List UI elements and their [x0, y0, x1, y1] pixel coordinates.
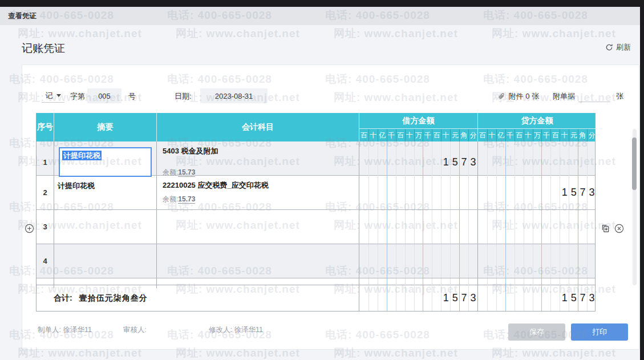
summary-text: 计提印花税	[58, 181, 95, 190]
debit-amount-cell[interactable]	[359, 176, 477, 209]
digit-cell	[396, 244, 405, 278]
table-header: 序号 摘要 会计科目 借方金额 百十亿千百十万千百十元角分 贷方金额 百十亿千百…	[37, 113, 595, 141]
digit-cell	[487, 244, 496, 278]
voucher-row[interactable]: 3	[37, 210, 595, 244]
attachment-group: 附件 0 张 附单据 张	[498, 91, 623, 102]
breadcrumb-bar: 查看凭证	[0, 7, 640, 25]
digit-cell	[496, 285, 505, 311]
debit-amount-cell[interactable]	[359, 244, 477, 278]
digit-cell	[487, 210, 496, 244]
account-cell[interactable]: 22210025 应交税费_应交印花税余额:15.73	[156, 176, 359, 209]
digit-cell: 3	[587, 176, 596, 209]
voucher-form: 记 字第 005 号 日期: 2023-08-31 附件 0 张 附单据	[22, 88, 639, 104]
page-title: 记账凭证	[22, 41, 65, 56]
voucher-word-select[interactable]: 记	[42, 89, 64, 103]
window-top-edge	[0, 0, 644, 7]
digit-cell	[387, 285, 396, 311]
digit-cell	[450, 176, 459, 209]
digit-cell: 1	[560, 285, 569, 311]
refresh-button[interactable]: 刷新	[605, 42, 631, 52]
digit-cell	[541, 244, 550, 278]
breadcrumb: 查看凭证	[8, 11, 37, 21]
digit-cell	[450, 244, 459, 278]
digit-cell: 7	[459, 285, 468, 311]
digit-cell	[533, 210, 542, 244]
digit-cell	[423, 285, 432, 311]
voucher-number-input[interactable]: 005	[87, 88, 121, 103]
summary-edit-input[interactable]: 计提印花税	[59, 147, 152, 177]
digit-cell	[478, 176, 487, 209]
modifier-name: 徐泽华11	[234, 326, 262, 334]
digit-cell: 十	[441, 129, 450, 141]
credit-amount-cell[interactable]	[477, 210, 596, 244]
digit-cell	[578, 210, 587, 244]
digit-cell: 千	[505, 129, 515, 141]
credit-amount-cell[interactable]: 1573	[477, 176, 596, 209]
attachment-count[interactable]: 附件 0 张	[509, 91, 539, 102]
digit-cell	[414, 285, 423, 311]
print-button[interactable]: 打印	[571, 323, 628, 341]
creator-name: 徐泽华11	[63, 326, 91, 334]
date-label: 日期:	[175, 91, 192, 102]
digit-cell: 元	[569, 129, 578, 141]
voucher-row[interactable]: 2计提印花税22210025 应交税费_应交印花税余额:15.731573	[37, 176, 595, 210]
receipt-count-input[interactable]	[578, 91, 610, 102]
account-cell[interactable]	[156, 244, 359, 278]
summary-cell[interactable]	[54, 244, 156, 278]
creator-field: 制单人: 徐泽华11	[38, 325, 92, 335]
digit-cell: 5	[450, 285, 459, 311]
summary-cell[interactable]	[54, 210, 156, 244]
digit-cell	[459, 176, 468, 209]
date-input[interactable]: 2023-08-31	[200, 88, 268, 103]
digit-cell	[569, 210, 578, 244]
digit-cell: 百	[359, 129, 368, 141]
debit-amount-cell[interactable]	[359, 210, 477, 244]
digit-cell	[378, 244, 387, 278]
digit-cell: 1	[441, 285, 450, 311]
digit-cell	[459, 210, 468, 244]
digit-cell	[468, 176, 477, 209]
digit-cell: 千	[387, 129, 396, 141]
delete-row-button[interactable]	[614, 224, 624, 233]
digit-cell	[533, 244, 542, 278]
add-row-button[interactable]	[25, 224, 34, 233]
digit-cell	[478, 285, 487, 311]
credit-amount-cell[interactable]	[477, 244, 596, 278]
digit-cell: 5	[569, 176, 578, 209]
digit-cell	[432, 176, 441, 209]
digit-cell: 亿	[378, 129, 387, 141]
digit-cell	[550, 176, 560, 209]
digit-cell: 亿	[496, 129, 505, 141]
word-suffix-label: 字第	[70, 91, 85, 102]
digit-cell	[405, 210, 414, 244]
digit-cell	[496, 210, 505, 244]
account-cell[interactable]	[156, 210, 359, 244]
digit-cell: 万	[414, 129, 423, 141]
digit-cell	[487, 285, 496, 311]
digit-cell: 百	[396, 129, 405, 141]
digit-cell	[359, 210, 368, 244]
digit-cell: 3	[587, 285, 596, 311]
digit-cell	[505, 210, 515, 244]
save-button[interactable]: 保存	[508, 323, 565, 341]
summary-cell[interactable]: 计提印花税	[54, 176, 156, 209]
voucher-row[interactable]: 1计提印花税5403 税金及附加余额:15.731573	[37, 141, 595, 176]
digit-cell: 元	[450, 129, 459, 141]
refresh-icon	[605, 43, 613, 51]
digit-cell	[414, 210, 423, 244]
window: 查看凭证 记账凭证 刷新 记 字第 005 号 日	[0, 0, 644, 360]
digit-cell	[368, 244, 378, 278]
digit-cell	[378, 210, 387, 244]
digit-cell	[533, 176, 542, 209]
digit-cell: 百	[432, 129, 441, 141]
digit-cell	[505, 176, 515, 209]
digit-cell: 千	[541, 129, 550, 141]
digit-cell	[423, 244, 432, 278]
digit-cell: 十	[405, 129, 414, 141]
scrollbar-thumb[interactable]	[632, 137, 637, 190]
voucher-row[interactable]: 4	[37, 244, 595, 278]
partial-row	[37, 278, 595, 285]
total-row: 合计: 壹拾伍元柒角叁分 1573 1573	[37, 285, 595, 311]
digit-cell: 百	[478, 129, 487, 141]
copy-row-button[interactable]	[601, 224, 610, 233]
